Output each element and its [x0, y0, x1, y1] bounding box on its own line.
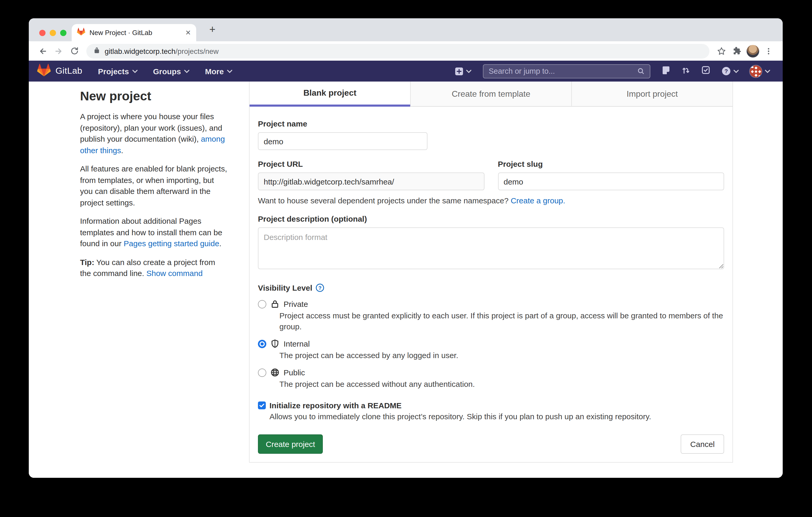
visibility-option-public: Public The project can be accessed witho…	[258, 368, 724, 390]
svg-text:?: ?	[724, 68, 728, 74]
page-title: New project	[80, 89, 228, 103]
form-actions: Create project Cancel	[258, 434, 724, 454]
lock-icon	[94, 46, 100, 56]
address-bar[interactable]: gitlab.widgetcorp.tech/projects/new	[86, 44, 709, 58]
project-name-label: Project name	[258, 119, 724, 128]
screen: New Project · GitLab ✕ + gitlab.widgetco…	[0, 0, 812, 517]
back-icon[interactable]	[35, 43, 51, 59]
merge-request-icon[interactable]	[682, 66, 690, 77]
globe-icon	[270, 368, 280, 377]
browser-profile-avatar[interactable]	[745, 43, 761, 59]
sidebar-paragraph: Information about additional Pages templ…	[80, 215, 228, 249]
visibility-help-icon[interactable]: ?	[316, 283, 324, 292]
browser-tab-strip: New Project · GitLab ✕ +	[29, 18, 783, 41]
project-type-tabs: Blank project Create from template Impor…	[250, 82, 732, 107]
private-radio[interactable]	[258, 300, 266, 308]
browser-toolbar: gitlab.widgetcorp.tech/projects/new	[29, 41, 783, 61]
tab-import-project[interactable]: Import project	[571, 82, 732, 107]
sidebar-description-column: New project A project is where you house…	[80, 82, 228, 279]
gitlab-wordmark: GitLab	[55, 66, 82, 76]
check-icon	[259, 402, 265, 408]
readme-description: Allows you to immediately clone this pro…	[269, 412, 724, 421]
tab-title: New Project · GitLab	[89, 29, 185, 37]
close-window-button[interactable]	[39, 30, 46, 36]
extensions-puzzle-icon[interactable]	[729, 43, 745, 59]
window-controls	[39, 30, 66, 36]
readme-label: Initialize repository with a README	[269, 401, 402, 410]
readme-checkbox[interactable]	[258, 401, 266, 409]
gitlab-logo-icon	[37, 64, 51, 79]
project-url-label: Project URL	[258, 159, 484, 168]
tab-close-icon[interactable]: ✕	[185, 29, 191, 37]
bookmark-star-icon[interactable]	[714, 43, 729, 59]
project-slug-input[interactable]	[498, 173, 724, 190]
plus-square-icon	[455, 67, 464, 75]
public-radio[interactable]	[258, 368, 266, 377]
chevron-down-icon	[466, 69, 471, 73]
search-icon	[637, 67, 645, 75]
gitlab-favicon-icon	[77, 28, 85, 38]
navbar-icon-group: ?	[662, 66, 739, 77]
svg-text:?: ?	[318, 285, 321, 291]
forward-icon[interactable]	[51, 43, 66, 59]
visibility-level-label: Visibility Level	[258, 283, 312, 292]
blank-project-form: Project name Project URL Project slug Wa…	[250, 107, 732, 462]
namespace-hint: Want to house several dependent projects…	[258, 196, 724, 205]
internal-radio[interactable]	[258, 339, 266, 348]
navbar-right-cluster: Search or jump to... ?	[455, 64, 770, 78]
search-input[interactable]: Search or jump to...	[483, 64, 650, 78]
issues-icon[interactable]	[662, 66, 670, 77]
page-content: New project A project is where you house…	[29, 82, 783, 478]
project-slug-group: Project slug	[498, 159, 724, 190]
nav-menu-more[interactable]: More	[205, 67, 232, 75]
new-dropdown-button[interactable]	[455, 67, 471, 75]
readme-checkbox-row: Initialize repository with a README	[258, 401, 724, 410]
sidebar-tip: Tip: You can also create a project from …	[80, 256, 228, 279]
gitlab-home-link[interactable]: GitLab	[37, 64, 82, 79]
project-description-group: Project description (optional)	[258, 214, 724, 271]
project-name-input[interactable]	[258, 132, 428, 150]
tab-blank-project[interactable]: Blank project	[250, 82, 410, 107]
project-description-label: Project description (optional)	[258, 214, 724, 223]
lock-icon	[270, 300, 280, 308]
tab-create-from-template[interactable]: Create from template	[410, 82, 571, 107]
sidebar-paragraph: All features are enabled for blank proje…	[80, 163, 228, 208]
project-url-input[interactable]	[258, 173, 484, 190]
reload-icon[interactable]	[66, 43, 82, 59]
url-text: gitlab.widgetcorp.tech/projects/new	[105, 47, 219, 55]
project-slug-label: Project slug	[498, 159, 724, 168]
new-project-panel: Blank project Create from template Impor…	[249, 82, 733, 463]
chevron-down-icon	[184, 69, 190, 73]
project-description-textarea[interactable]	[258, 227, 724, 269]
visibility-option-internal: Internal The project can be accessed by …	[258, 339, 724, 361]
sidebar-paragraph: A project is where you house your files …	[80, 111, 228, 156]
show-command-link[interactable]: Show command	[146, 269, 202, 278]
pages-guide-link[interactable]: Pages getting started guide	[124, 239, 219, 248]
create-a-group-link[interactable]: Create a group.	[511, 196, 565, 205]
help-menu[interactable]: ?	[722, 66, 739, 76]
chevron-down-icon	[733, 69, 739, 73]
gitlab-navbar: GitLab Projects Groups More Searc	[29, 61, 783, 82]
cancel-button[interactable]: Cancel	[681, 434, 724, 454]
nav-menu-projects[interactable]: Projects	[98, 67, 137, 75]
create-project-button[interactable]: Create project	[258, 434, 323, 454]
minimize-window-button[interactable]	[50, 30, 56, 36]
browser-window: New Project · GitLab ✕ + gitlab.widgetco…	[29, 18, 783, 478]
chevron-down-icon	[765, 69, 770, 73]
shield-icon	[270, 339, 280, 348]
visibility-level-header: Visibility Level ?	[258, 283, 724, 292]
new-tab-button[interactable]: +	[206, 23, 219, 36]
project-url-group: Project URL	[258, 159, 484, 190]
todos-icon[interactable]	[702, 66, 710, 76]
chevron-down-icon	[227, 69, 232, 73]
search-placeholder: Search or jump to...	[489, 67, 637, 75]
browser-tab[interactable]: New Project · GitLab ✕	[72, 24, 196, 41]
nav-menu-groups[interactable]: Groups	[153, 67, 190, 75]
user-avatar[interactable]	[749, 65, 762, 78]
help-icon: ?	[722, 66, 731, 76]
browser-menu-kebab-icon[interactable]	[761, 43, 776, 59]
zoom-window-button[interactable]	[60, 30, 66, 36]
visibility-option-private: Private Project access must be granted e…	[258, 300, 724, 332]
chevron-down-icon	[132, 69, 137, 73]
